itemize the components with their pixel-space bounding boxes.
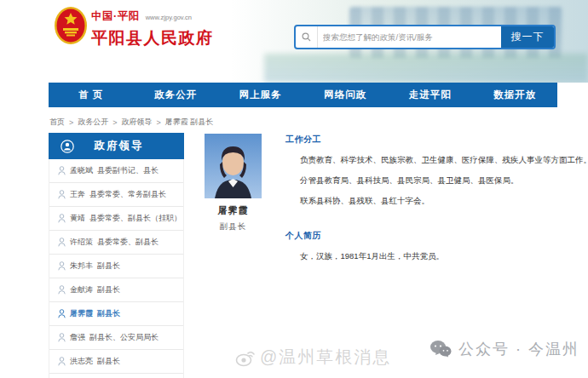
- leaders-sidebar: 政府领导 孟晓斌 县委副书记、县长 王奔 县委常委、常务副县长 黄靖 县委常委、…: [49, 133, 184, 378]
- watermark-weibo: @温州草根消息: [235, 346, 391, 369]
- nav-item-gov-disclosure[interactable]: 政务公开: [134, 83, 219, 107]
- section-heading: 工作分工: [285, 134, 584, 146]
- leader-profile-title: 副县长: [205, 221, 262, 232]
- breadcrumb-gov-disclosure[interactable]: 政务公开: [78, 117, 108, 128]
- person-icon: [58, 309, 66, 318]
- leader-name: 黄靖: [70, 213, 85, 224]
- sidebar-item-leader[interactable]: 洪志亮 副县长: [49, 350, 183, 374]
- person-icon: [58, 238, 66, 247]
- watermark-left-text: @温州草根消息: [260, 346, 391, 369]
- section-resume: 个人简历 女，汉族，1981年1月出生，中共党员。: [285, 230, 584, 262]
- watermark-wechat: 公众号 · 今温州: [429, 339, 579, 359]
- watermark-right-text: 公众号 · 今温州: [458, 339, 579, 359]
- person-icon: [58, 261, 66, 271]
- leader-photo-card: 屠霁霞 副县长: [205, 134, 262, 232]
- sidebar-item-leader[interactable]: 金献涛 副县长: [49, 278, 183, 302]
- site-url: www.zjpy.gov.cn: [146, 14, 192, 21]
- sidebar-item-leader[interactable]: 孟晓斌 县委副书记、县长: [49, 159, 183, 183]
- sidebar-item-leader[interactable]: 詹强 副县长、公安局局长: [49, 326, 183, 350]
- breadcrumb-gov-leaders[interactable]: 政府领导: [122, 117, 153, 128]
- leader-title: 副县长: [97, 308, 120, 319]
- section-heading: 个人简历: [285, 230, 584, 242]
- search-button[interactable]: 搜一下: [501, 26, 554, 48]
- leader-portrait: [205, 134, 262, 198]
- resume-line: 女，汉族，1981年1月出生，中共党员。: [285, 251, 584, 262]
- leader-name: 王奔: [70, 189, 85, 200]
- page: 中国·平阳 www.zjpy.gov.cn 平阳县人民政府 搜一下 首 页 政务…: [0, 0, 588, 378]
- sidebar-item-leader[interactable]: 陈国翰 副县长（挂职）: [49, 374, 183, 378]
- leader-profile-name: 屠霁霞: [205, 204, 262, 217]
- sidebar-item-leader[interactable]: 许绍策 县委常委、副县长: [49, 231, 183, 255]
- leader-title: 副县长: [97, 261, 120, 272]
- breadcrumb: 首页 > 政务公开 > 政府领导 > 屠霁霞 副县长: [49, 117, 213, 128]
- leader-title: 副县长、公安局局长: [89, 332, 159, 343]
- work-line: 分管县教育局、县科技局、县民宗局、县卫健局、县医保局。: [285, 175, 584, 186]
- national-emblem-icon: [54, 6, 88, 45]
- breadcrumb-home[interactable]: 首页: [49, 117, 65, 128]
- brand-block: 中国·平阳 www.zjpy.gov.cn 平阳县人民政府: [91, 9, 214, 49]
- leader-name: 朱邦丰: [70, 261, 93, 272]
- work-line: 联系县科协、县残联、县红十字会。: [285, 196, 584, 207]
- nav-item-home[interactable]: 首 页: [49, 83, 134, 107]
- wechat-icon: [429, 340, 452, 358]
- person-icon: [58, 357, 66, 366]
- site-tagline: 中国·平阳: [91, 9, 140, 24]
- sidebar-item-leader[interactable]: 黄靖 县委常委、副县长（挂职）: [49, 207, 183, 231]
- search-icon: [296, 26, 318, 48]
- person-icon: [58, 285, 66, 295]
- leader-title: 县委常委、副县长: [97, 237, 159, 248]
- sidebar-header: 政府领导: [49, 133, 184, 159]
- breadcrumb-current: 屠霁霞 副县长: [165, 117, 214, 128]
- breadcrumb-separator: >: [112, 118, 117, 127]
- weibo-icon: [235, 348, 256, 367]
- person-icon: [58, 190, 66, 199]
- sidebar-title: 政府领导: [74, 139, 164, 153]
- sidebar-item-leader[interactable]: 王奔 县委常委、常务副县长: [49, 183, 183, 207]
- leader-name: 孟晓斌: [70, 165, 93, 176]
- leader-detail: 工作分工 负责教育、科学技术、民族宗教、卫生健康、医疗保障、残疾人事业等方面工作…: [285, 134, 584, 262]
- leader-name: 金献涛: [70, 284, 93, 295]
- leader-title: 副县长: [97, 284, 120, 295]
- leader-badge-icon: [61, 140, 74, 153]
- site-title: 平阳县人民政府: [91, 27, 214, 49]
- leader-name: 许绍策: [70, 237, 93, 248]
- nav-item-online-politics[interactable]: 网络问政: [303, 83, 389, 107]
- main-nav: 首 页 政务公开 网上服务 网络问政 走进平阳 数据开放: [49, 83, 557, 107]
- leader-name: 洪志亮: [70, 356, 93, 367]
- leader-title: 副县长: [97, 356, 120, 367]
- breadcrumb-separator: >: [157, 118, 161, 127]
- person-icon: [58, 214, 66, 223]
- sidebar-item-leader[interactable]: 朱邦丰 副县长: [49, 255, 183, 278]
- leader-name: 詹强: [70, 332, 85, 343]
- leader-title: 县委常委、常务副县长: [89, 189, 166, 200]
- leader-list: 孟晓斌 县委副书记、县长 王奔 县委常委、常务副县长 黄靖 县委常委、副县长（挂…: [49, 159, 184, 378]
- nav-item-online-services[interactable]: 网上服务: [218, 83, 303, 107]
- site-header: 中国·平阳 www.zjpy.gov.cn 平阳县人民政府 搜一下: [0, 0, 588, 83]
- leader-title: 县委常委、副县长（挂职）: [89, 213, 182, 224]
- breadcrumb-separator: >: [69, 118, 73, 127]
- leader-title: 县委副书记、县长: [97, 165, 159, 176]
- search-input[interactable]: [318, 26, 501, 48]
- person-icon: [58, 166, 66, 175]
- nav-item-open-data[interactable]: 数据开放: [473, 83, 558, 107]
- leader-name: 屠霁霞: [70, 308, 93, 319]
- work-line: 负责教育、科学技术、民族宗教、卫生健康、医疗保障、残疾人事业等方面工作。: [285, 155, 584, 166]
- sidebar-item-leader-active[interactable]: 屠霁霞 副县长: [49, 302, 183, 326]
- section-work-division: 工作分工 负责教育、科学技术、民族宗教、卫生健康、医疗保障、残疾人事业等方面工作…: [285, 134, 584, 207]
- person-icon: [58, 333, 66, 342]
- search-bar: 搜一下: [294, 25, 556, 49]
- nav-item-about-pingyang[interactable]: 走进平阳: [388, 83, 473, 107]
